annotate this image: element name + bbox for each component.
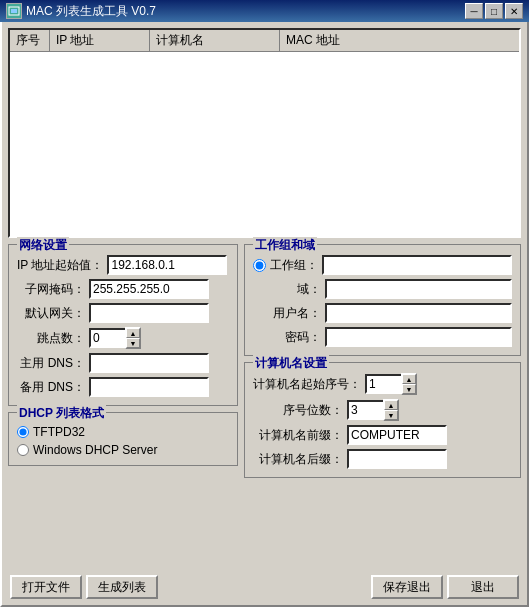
name-prefix-label: 计算机名前缀： [253, 427, 343, 444]
name-start-seq-spinner: ▲ ▼ [365, 373, 417, 395]
tftpd32-label[interactable]: TFTPD32 [33, 425, 85, 439]
table-body[interactable] [10, 52, 519, 237]
network-settings-title: 网络设置 [17, 237, 69, 254]
workgroup-row: 工作组： [253, 255, 512, 275]
windows-dhcp-radio-row: Windows DHCP Server [17, 443, 229, 457]
save-exit-button[interactable]: 保存退出 [371, 575, 443, 599]
subnet-row: 子网掩码： [17, 279, 229, 299]
hops-label: 跳点数： [17, 330, 85, 347]
seq-digits-decrement-button[interactable]: ▼ [384, 410, 398, 420]
backup-dns-row: 备用 DNS： [17, 377, 229, 397]
name-start-seq-input[interactable] [365, 374, 401, 394]
hops-row: 跳点数： ▲ ▼ [17, 327, 229, 349]
primary-dns-label: 主用 DNS： [17, 355, 85, 372]
ip-start-row: IP 地址起始值： [17, 255, 229, 275]
hops-spinner: ▲ ▼ [89, 327, 141, 349]
hops-input[interactable] [89, 328, 125, 348]
workgroup-section: 工作组和域 工作组： 域： 用户名： [244, 244, 521, 356]
name-start-seq-label: 计算机名起始序号： [253, 376, 361, 393]
windows-dhcp-label[interactable]: Windows DHCP Server [33, 443, 157, 457]
name-prefix-row: 计算机名前缀： [253, 425, 512, 445]
name-start-seq-decrement-button[interactable]: ▼ [402, 384, 416, 394]
svg-rect-1 [11, 9, 17, 13]
name-start-seq-spinner-buttons: ▲ ▼ [401, 373, 417, 395]
domain-label: 域： [297, 281, 321, 298]
tftpd32-radio-row: TFTPD32 [17, 425, 229, 439]
left-panel: 网络设置 IP 地址起始值： 子网掩码： 默认网关： 跳点数： [8, 244, 238, 569]
main-window: 序号 IP 地址 计算机名 MAC 地址 网络设置 IP 地址起始值： [0, 22, 529, 607]
col-header-mac: MAC 地址 [280, 30, 519, 51]
open-file-button[interactable]: 打开文件 [10, 575, 82, 599]
title-bar: MAC 列表生成工具 V0.7 ─ □ ✕ [0, 0, 529, 22]
subnet-label: 子网掩码： [17, 281, 85, 298]
ip-start-input[interactable] [107, 255, 227, 275]
restore-button[interactable]: □ [485, 3, 503, 19]
ip-start-label: IP 地址起始值： [17, 257, 103, 274]
left-buttons: 打开文件 生成列表 [10, 575, 158, 599]
password-row: 密码： [253, 327, 512, 347]
bottom-bar: 打开文件 生成列表 保存退出 退出 [8, 575, 521, 599]
computer-name-title: 计算机名设置 [253, 355, 329, 372]
gateway-label: 默认网关： [17, 305, 85, 322]
col-header-hostname: 计算机名 [150, 30, 280, 51]
dhcp-radio-group: TFTPD32 Windows DHCP Server [17, 425, 229, 457]
tftpd32-radio[interactable] [17, 426, 29, 438]
hops-spinner-buttons: ▲ ▼ [125, 327, 141, 349]
col-header-ip: IP 地址 [50, 30, 150, 51]
seq-digits-spinner: ▲ ▼ [347, 399, 399, 421]
username-row: 用户名： [253, 303, 512, 323]
close-button[interactable]: ✕ [505, 3, 523, 19]
backup-dns-label: 备用 DNS： [17, 379, 85, 396]
name-start-seq-row: 计算机名起始序号： ▲ ▼ [253, 373, 512, 395]
col-header-seq: 序号 [10, 30, 50, 51]
gateway-row: 默认网关： [17, 303, 229, 323]
right-buttons: 保存退出 退出 [371, 575, 519, 599]
subnet-input[interactable] [89, 279, 209, 299]
hops-decrement-button[interactable]: ▼ [126, 338, 140, 348]
window-controls: ─ □ ✕ [465, 3, 523, 19]
primary-dns-row: 主用 DNS： [17, 353, 229, 373]
seq-digits-input[interactable] [347, 400, 383, 420]
workgroup-title: 工作组和域 [253, 237, 317, 254]
password-label: 密码： [253, 329, 321, 346]
minimize-button[interactable]: ─ [465, 3, 483, 19]
dhcp-format-title: DHCP 列表格式 [17, 405, 106, 422]
backup-dns-input[interactable] [89, 377, 209, 397]
workgroup-input[interactable] [322, 255, 512, 275]
seq-digits-increment-button[interactable]: ▲ [384, 400, 398, 410]
settings-area: 网络设置 IP 地址起始值： 子网掩码： 默认网关： 跳点数： [8, 244, 521, 569]
name-suffix-input[interactable] [347, 449, 447, 469]
computer-name-section: 计算机名设置 计算机名起始序号： ▲ ▼ 序号位数： [244, 362, 521, 478]
password-input[interactable] [325, 327, 512, 347]
name-suffix-row: 计算机名后缀： [253, 449, 512, 469]
window-title: MAC 列表生成工具 V0.7 [26, 3, 156, 20]
seq-digits-label: 序号位数： [253, 402, 343, 419]
dhcp-format-section: DHCP 列表格式 TFTPD32 Windows DHCP Server [8, 412, 238, 466]
windows-dhcp-radio[interactable] [17, 444, 29, 456]
table-header: 序号 IP 地址 计算机名 MAC 地址 [10, 30, 519, 52]
mac-list-table: 序号 IP 地址 计算机名 MAC 地址 [8, 28, 521, 238]
network-settings-section: 网络设置 IP 地址起始值： 子网掩码： 默认网关： 跳点数： [8, 244, 238, 406]
name-prefix-input[interactable] [347, 425, 447, 445]
primary-dns-input[interactable] [89, 353, 209, 373]
generate-list-button[interactable]: 生成列表 [86, 575, 158, 599]
username-input[interactable] [325, 303, 512, 323]
domain-row: 域： [253, 279, 512, 299]
seq-digits-row: 序号位数： ▲ ▼ [253, 399, 512, 421]
seq-digits-spinner-buttons: ▲ ▼ [383, 399, 399, 421]
app-icon [6, 3, 22, 19]
workgroup-radio[interactable] [253, 259, 266, 272]
right-panel: 工作组和域 工作组： 域： 用户名： [244, 244, 521, 569]
workgroup-label: 工作组： [270, 257, 318, 274]
exit-button[interactable]: 退出 [447, 575, 519, 599]
name-start-seq-increment-button[interactable]: ▲ [402, 374, 416, 384]
hops-increment-button[interactable]: ▲ [126, 328, 140, 338]
username-label: 用户名： [253, 305, 321, 322]
gateway-input[interactable] [89, 303, 209, 323]
name-suffix-label: 计算机名后缀： [253, 451, 343, 468]
domain-input[interactable] [325, 279, 512, 299]
